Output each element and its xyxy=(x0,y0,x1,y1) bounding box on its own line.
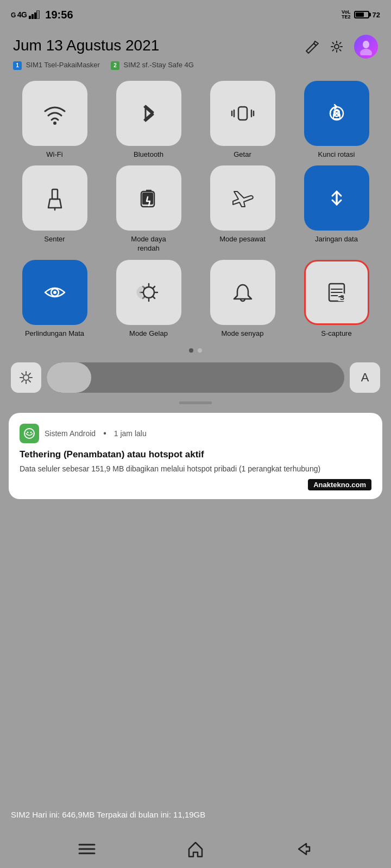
notif-app-name: Sistem Android xyxy=(45,429,96,438)
tile-mode-daya-rendah: Mode daya rendah xyxy=(105,165,192,253)
signal-icon: G 4G xyxy=(11,10,27,19)
tile-kunci-rotasi: Kunci rotasi xyxy=(293,81,380,159)
nav-home-button[interactable] xyxy=(179,838,212,860)
svg-line-51 xyxy=(22,380,23,382)
svg-text:S: S xyxy=(340,294,344,302)
sim2-badge: 2 xyxy=(111,61,119,70)
mode-gelap-label: Mode Gelap xyxy=(129,329,168,339)
perlindungan-mata-button[interactable] xyxy=(22,260,87,325)
svg-rect-18 xyxy=(52,189,58,199)
sim1-badge: 1 xyxy=(13,61,22,70)
avatar-icon xyxy=(357,38,375,55)
bottom-info: SIM2 Hari ini: 646,9MB Terpakai di bulan… xyxy=(0,805,391,825)
svg-rect-8 xyxy=(238,107,247,120)
getar-label: Getar xyxy=(234,150,251,159)
s-capture-button[interactable]: S xyxy=(304,260,369,325)
mode-pesawat-label: Mode pesawat xyxy=(219,235,266,244)
svg-point-17 xyxy=(336,116,337,117)
svg-point-6 xyxy=(360,49,372,55)
svg-point-43 xyxy=(23,375,29,380)
auto-brightness-label: A xyxy=(361,371,369,385)
s-capture-icon: S xyxy=(323,278,351,307)
settings-icon[interactable] xyxy=(329,39,344,54)
wifi-button[interactable] xyxy=(22,81,87,146)
svg-point-7 xyxy=(53,122,56,125)
mode-gelap-button[interactable] xyxy=(116,260,181,325)
bluetooth-label: Bluetooth xyxy=(134,150,163,159)
wifi-label: Wi-Fi xyxy=(46,150,62,159)
brightness-sun-icon xyxy=(18,370,34,385)
svg-line-50 xyxy=(29,373,30,375)
page-dot-2[interactable] xyxy=(198,348,202,353)
edit-icon[interactable] xyxy=(304,39,319,54)
mode-daya-rendah-label: Mode daya rendah xyxy=(122,235,176,253)
svg-point-53 xyxy=(27,432,29,433)
quick-tiles-grid: Wi-Fi Bluetooth Getar xyxy=(0,74,391,346)
notif-title: Tethering (Penambatan) atau hotspot akti… xyxy=(20,449,371,461)
bluetooth-button[interactable] xyxy=(116,81,181,146)
notification-card[interactable]: Sistem Android • 1 jam lalu Tethering (P… xyxy=(9,413,382,499)
sim1-label: SIM1 Tsel-PakaiMasker xyxy=(26,61,100,69)
notif-watermark: Anaktekno.com xyxy=(308,479,371,490)
brightness-slider[interactable] xyxy=(47,362,344,393)
battery-percentage: 72 xyxy=(373,11,380,19)
tile-mode-gelap: Mode Gelap xyxy=(105,260,192,339)
svg-point-26 xyxy=(53,291,56,294)
nav-bar xyxy=(0,830,391,868)
bottom-data-text: SIM2 Hari ini: 646,9MB Terpakai di bulan… xyxy=(11,810,205,819)
nav-home-icon xyxy=(186,839,205,859)
tile-wifi: Wi-Fi xyxy=(11,81,98,159)
tile-mode-senyap: Mode senyap xyxy=(199,260,286,339)
notif-body: Data seluler sebesar 151,9 MB dibagikan … xyxy=(20,464,371,475)
status-left: G 4G 19:56 xyxy=(11,9,73,21)
svg-rect-0 xyxy=(29,16,31,19)
battery-fill xyxy=(356,12,364,17)
battery-icon xyxy=(354,11,369,18)
nav-menu-button[interactable] xyxy=(71,838,103,860)
sim2-label: SIM2 sf.-Stay Safe 4G xyxy=(124,61,194,69)
svg-point-4 xyxy=(335,44,339,49)
nav-menu-icon xyxy=(77,841,97,857)
senter-button[interactable] xyxy=(22,165,87,231)
auto-brightness-button[interactable]: A xyxy=(350,362,380,393)
notif-app-icon xyxy=(20,424,39,443)
tile-perlindungan-mata: Perlindungan Mata xyxy=(11,260,98,339)
brightness-fill xyxy=(47,362,91,393)
mode-senyap-label: Mode senyap xyxy=(221,329,263,339)
svg-rect-1 xyxy=(31,14,34,19)
perlindungan-mata-label: Perlindungan Mata xyxy=(25,329,84,339)
sim-row: 1 SIM1 Tsel-PakaiMasker 2 SIM2 sf.-Stay … xyxy=(13,61,378,70)
svg-rect-2 xyxy=(34,12,36,19)
status-bar: G 4G 19:56 VoL TE2 72 xyxy=(0,0,391,27)
android-icon xyxy=(23,427,35,439)
tile-senter: Senter xyxy=(11,165,98,253)
svg-line-34 xyxy=(153,286,155,288)
mode-pesawat-button[interactable] xyxy=(210,165,275,231)
svg-point-5 xyxy=(363,41,369,48)
brightness-row: A xyxy=(0,358,391,397)
pagination-dots xyxy=(0,345,391,356)
drag-handle[interactable] xyxy=(0,397,391,411)
notif-time: 1 jam lalu xyxy=(114,429,147,438)
nav-back-icon xyxy=(294,840,314,858)
page-dot-1[interactable] xyxy=(189,348,193,353)
senter-label: Senter xyxy=(44,235,65,244)
brightness-icon-button[interactable] xyxy=(11,362,41,393)
drag-handle-bar xyxy=(179,401,212,404)
qs-date: Jum 13 Agustus 2021 xyxy=(13,37,159,54)
nav-back-button[interactable] xyxy=(288,838,320,860)
kunci-rotasi-button[interactable] xyxy=(304,81,369,146)
jaringan-data-button[interactable] xyxy=(304,165,369,231)
svg-point-27 xyxy=(143,287,154,298)
status-time: 19:56 xyxy=(45,9,73,21)
status-right: VoL TE2 72 xyxy=(342,10,380,20)
mode-senyap-button[interactable] xyxy=(210,260,275,325)
jaringan-data-label: Jaringan data xyxy=(315,235,358,244)
avatar[interactable] xyxy=(354,35,378,59)
tile-s-capture: S S-capture xyxy=(293,260,380,339)
svg-point-54 xyxy=(30,432,32,433)
svg-line-49 xyxy=(29,380,30,382)
mode-daya-rendah-button[interactable] xyxy=(116,165,181,231)
getar-button[interactable] xyxy=(210,81,275,146)
tile-mode-pesawat: Mode pesawat xyxy=(199,165,286,253)
